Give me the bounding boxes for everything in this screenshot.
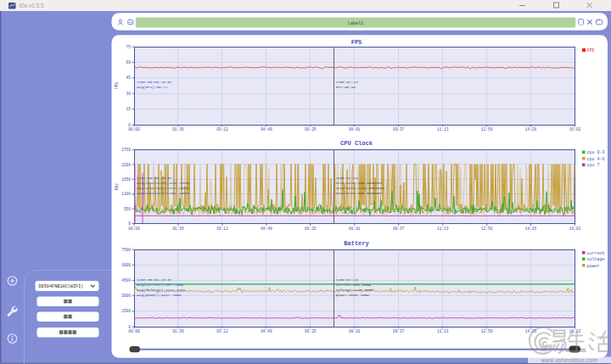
svg-text:04:49: 04:49 — [261, 227, 272, 231]
svg-text:14:26: 14:26 — [525, 227, 537, 231]
svg-text:09:37: 09:37 — [393, 127, 405, 132]
svg-text:cpu 4-6: cpu 4-6 — [587, 157, 605, 162]
svg-text:D6504FNB1HC(WIFI): D6504FNB1HC(WIFI) — [39, 284, 84, 289]
svg-text:4500: 4500 — [121, 278, 131, 283]
svg-text:0: 0 — [128, 221, 131, 226]
svg-text:FPS: FPS — [351, 39, 362, 46]
svg-text:11:13: 11:13 — [437, 227, 449, 231]
svg-text:3000: 3000 — [121, 294, 131, 298]
svg-text:Time:00:00-15:57: Time:00:00-15:57 — [137, 176, 172, 180]
svg-text:Time:07:13: Time:07:13 — [336, 277, 358, 282]
svg-text:Avg(power):3467.75mW: Avg(power):3467.75mW — [137, 293, 182, 297]
svg-text:08:01: 08:01 — [349, 329, 361, 333]
svg-text:FPS:55.88: FPS:55.88 — [336, 85, 356, 89]
svg-text:09:37: 09:37 — [393, 329, 405, 333]
svg-text:11:13: 11:13 — [437, 127, 449, 132]
svg-text:09:37: 09:37 — [393, 227, 405, 231]
svg-text:08:01: 08:01 — [349, 127, 361, 132]
svg-text:08:01: 08:01 — [349, 227, 361, 231]
svg-text:6000: 6000 — [121, 263, 131, 267]
svg-text:voltage:4145.00mV: voltage:4145.00mV — [336, 288, 374, 292]
svg-text:16:02: 16:02 — [569, 127, 581, 132]
svg-text:00:00: 00:00 — [128, 329, 140, 333]
svg-text:Battery: Battery — [344, 240, 369, 247]
svg-text:1100: 1100 — [121, 192, 131, 196]
svg-text:Label1: Label1 — [348, 21, 363, 26]
svg-text:15: 15 — [126, 107, 132, 111]
svg-text:16:02: 16:02 — [569, 227, 581, 231]
svg-text:14:26: 14:26 — [525, 127, 537, 132]
svg-text:Time:00:00-15:57: Time:00:00-15:57 — [137, 277, 172, 282]
svg-text:current:903.00mA: current:903.00mA — [336, 283, 372, 287]
svg-text:12:50: 12:50 — [481, 127, 493, 132]
svg-text:CPUClock4:2208.0000MHz: CPUClock4:2208.0000MHz — [336, 186, 385, 190]
svg-text:03:12: 03:12 — [216, 227, 228, 231]
svg-text:04:49: 04:49 — [261, 329, 272, 333]
svg-text:Avg(current):837.79mA: Avg(current):837.79mA — [137, 283, 183, 287]
svg-text:voltage: voltage — [587, 257, 605, 262]
svg-text:Avg(CPUClock0):916.78MHz: Avg(CPUClock0):916.78MHz — [137, 181, 190, 185]
svg-text:00:00: 00:00 — [128, 227, 140, 231]
svg-text:01:36: 01:36 — [172, 227, 184, 231]
svg-text:CPU Clock: CPU Clock — [340, 140, 373, 147]
svg-text:12:50: 12:50 — [481, 329, 493, 333]
svg-text:Time:00:00-15:57: Time:00:00-15:57 — [137, 80, 172, 84]
svg-text:12:50: 12:50 — [481, 227, 493, 231]
svg-text:7500: 7500 — [121, 248, 131, 252]
svg-text:FPS: FPS — [587, 48, 594, 53]
svg-text:CPUClock0:400.0000MHz: CPUClock0:400.0000MHz — [336, 181, 383, 185]
svg-text:04:49: 04:49 — [261, 127, 272, 132]
svg-text:550: 550 — [124, 207, 131, 211]
svg-text:power: power — [587, 264, 600, 269]
svg-text:Time:07:13: Time:07:13 — [336, 80, 358, 84]
svg-text:0: 0 — [128, 325, 131, 329]
svg-text:KHz: KHz — [115, 183, 119, 190]
svg-text:03:12: 03:12 — [216, 329, 228, 333]
svg-text:1650: 1650 — [121, 177, 131, 182]
svg-text:cpu 7: cpu 7 — [587, 163, 600, 168]
svg-text:www.yshenghuo.com: www.yshenghuo.com — [541, 357, 597, 364]
svg-text:power:3806.70mW: power:3806.70mW — [336, 293, 369, 297]
svg-text:1500: 1500 — [121, 309, 131, 313]
svg-text:FPS: FPS — [115, 82, 119, 89]
svg-text:11:13: 11:13 — [437, 329, 449, 333]
svg-text:current: current — [587, 251, 605, 256]
svg-text:30: 30 — [126, 92, 132, 96]
svg-text:2200: 2200 — [121, 163, 131, 167]
svg-text:01:36: 01:36 — [172, 329, 184, 333]
svg-text:Avg(CPUClock4):577.45MHz: Avg(CPUClock4):577.45MHz — [137, 186, 190, 190]
svg-text:Avg(CPUClock7):301.10MHz: Avg(CPUClock7):301.10MHz — [137, 191, 190, 195]
svg-text:75: 75 — [126, 45, 132, 49]
svg-text:03:12: 03:12 — [216, 127, 228, 132]
svg-text:Time:07:13: Time:07:13 — [336, 176, 358, 180]
svg-text:2750: 2750 — [121, 148, 131, 152]
svg-text:01:36: 01:36 — [172, 127, 184, 132]
svg-text:06:25: 06:25 — [305, 329, 317, 333]
svg-text:00:00: 00:00 — [128, 127, 140, 132]
svg-text:CPUClock7:300.0000MHz: CPUClock7:300.0000MHz — [336, 191, 383, 195]
svg-text:06:25: 06:25 — [305, 227, 317, 231]
svg-text:cpu 0-3: cpu 0-3 — [587, 150, 605, 155]
svg-text:Avg(voltage):4141.91mV: Avg(voltage):4141.91mV — [137, 288, 186, 292]
svg-text:06:25: 06:25 — [305, 127, 317, 132]
svg-text:60: 60 — [126, 60, 132, 64]
svg-text:IDe-v1.5.5: IDe-v1.5.5 — [20, 3, 45, 8]
svg-text:45: 45 — [126, 76, 132, 80]
svg-text:Avg(FPS):55.72: Avg(FPS):55.72 — [137, 85, 168, 89]
